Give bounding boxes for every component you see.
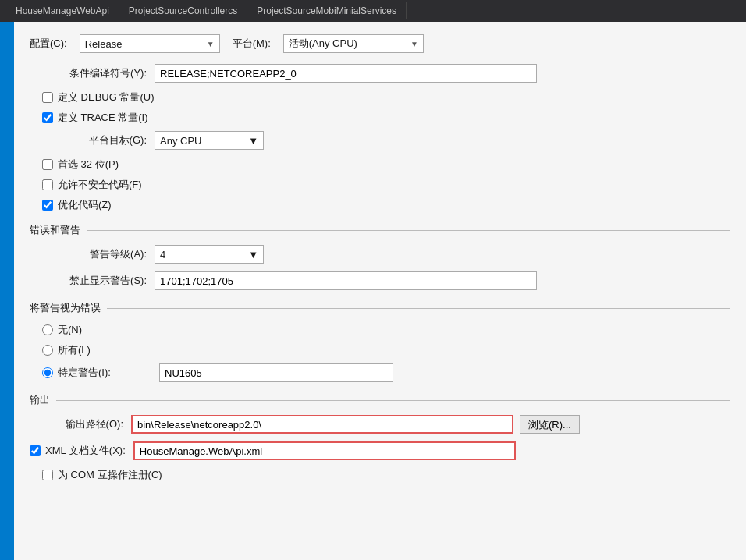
output-path-row: 输出路径(O): 浏览(R)... xyxy=(30,415,730,434)
treat-all-label: 所有(L) xyxy=(58,343,91,357)
warning-level-row: 警告等级(A): 4 ▼ xyxy=(30,245,730,264)
tab-project-source-controller[interactable]: ProjectSourceControllercs xyxy=(119,2,247,19)
allow-unsafe-row: 允许不安全代码(F) xyxy=(30,178,730,192)
treat-warnings-section-label: 将警告视为错误 xyxy=(30,301,101,315)
output-path-input[interactable] xyxy=(131,415,513,434)
treat-all-row: 所有(L) xyxy=(30,343,730,357)
config-dropdown-arrow: ▼ xyxy=(207,40,215,48)
treat-none-radio[interactable] xyxy=(42,324,53,335)
tab-list: HouseManageWebApi ProjectSourceControlle… xyxy=(6,2,407,19)
xml-doc-checkbox[interactable] xyxy=(30,445,41,456)
treat-none-label: 无(N) xyxy=(58,323,82,337)
com-register-row: 为 COM 互操作注册(C) xyxy=(30,468,730,482)
define-debug-label: 定义 DEBUG 常量(U) xyxy=(58,90,155,105)
errors-warnings-section-label: 错误和警告 xyxy=(30,223,80,237)
treat-specific-input[interactable] xyxy=(159,363,393,382)
browse-button[interactable]: 浏览(R)... xyxy=(520,415,580,434)
tab-house-manage[interactable]: HouseManageWebApi xyxy=(6,2,119,19)
suppress-warnings-input[interactable] xyxy=(155,271,537,290)
prefer32-label: 首选 32 位(P) xyxy=(58,158,119,172)
treat-warnings-line xyxy=(107,308,730,309)
warning-level-dropdown[interactable]: 4 ▼ xyxy=(155,245,264,264)
suppress-warnings-label: 禁止显示警告(S): xyxy=(30,274,155,288)
warning-level-label: 警告等级(A): xyxy=(42,247,155,261)
define-debug-row: 定义 DEBUG 常量(U) xyxy=(30,90,730,105)
errors-warnings-divider: 错误和警告 xyxy=(30,223,730,237)
treat-none-row: 无(N) xyxy=(30,323,730,337)
treat-all-radio[interactable] xyxy=(42,345,53,356)
platform-target-arrow: ▼ xyxy=(248,135,258,147)
main-content: 配置(C): Release ▼ 平台(M): 活动(Any CPU) ▼ 条件… xyxy=(14,22,746,560)
output-section-label: 输出 xyxy=(30,393,50,407)
conditional-symbols-row: 条件编译符号(Y): xyxy=(30,64,730,83)
optimize-row: 优化代码(Z) xyxy=(30,198,730,212)
top-bar: HouseManageWebApi ProjectSourceControlle… xyxy=(0,0,746,22)
platform-target-row: 平台目标(G): Any CPU ▼ xyxy=(30,131,730,150)
define-trace-checkbox[interactable] xyxy=(42,112,53,123)
allow-unsafe-checkbox[interactable] xyxy=(42,179,53,190)
output-path-label: 输出路径(O): xyxy=(30,417,131,431)
com-register-label: 为 COM 互操作注册(C) xyxy=(58,468,162,482)
toolbar-row: 配置(C): Release ▼ 平台(M): 活动(Any CPU) ▼ xyxy=(30,34,730,53)
optimize-checkbox[interactable] xyxy=(42,200,53,211)
define-trace-label: 定义 TRACE 常量(I) xyxy=(58,111,148,125)
xml-doc-input[interactable] xyxy=(133,441,516,460)
allow-unsafe-label: 允许不安全代码(F) xyxy=(58,178,142,192)
define-trace-row: 定义 TRACE 常量(I) xyxy=(30,111,730,125)
tab-project-source-mobil[interactable]: ProjectSourceMobiMinialServices xyxy=(247,2,407,19)
treat-specific-radio[interactable] xyxy=(42,367,53,378)
treat-specific-label: 特定警告(I): xyxy=(58,366,159,380)
platform-dropdown-arrow: ▼ xyxy=(410,40,418,48)
platform-target-label: 平台目标(G): xyxy=(42,133,155,147)
blue-sidebar xyxy=(0,22,14,560)
config-label: 配置(C): xyxy=(30,37,67,51)
config-dropdown[interactable]: Release ▼ xyxy=(80,34,220,53)
define-debug-checkbox[interactable] xyxy=(42,92,53,103)
warning-level-arrow: ▼ xyxy=(248,249,258,261)
conditional-symbols-input[interactable] xyxy=(155,64,537,83)
prefer32-checkbox[interactable] xyxy=(42,159,53,170)
com-register-checkbox[interactable] xyxy=(42,470,53,480)
platform-dropdown[interactable]: 活动(Any CPU) ▼ xyxy=(283,34,424,53)
conditional-symbols-label: 条件编译符号(Y): xyxy=(30,66,155,80)
errors-warnings-line xyxy=(87,230,730,231)
optimize-label: 优化代码(Z) xyxy=(58,198,112,212)
treat-warnings-divider: 将警告视为错误 xyxy=(30,301,730,315)
treat-specific-row: 特定警告(I): xyxy=(30,363,730,382)
suppress-warnings-row: 禁止显示警告(S): xyxy=(30,271,730,290)
platform-target-dropdown[interactable]: Any CPU ▼ xyxy=(155,131,264,150)
output-divider: 输出 xyxy=(30,393,730,407)
platform-label: 平台(M): xyxy=(233,37,271,51)
xml-doc-label: XML 文档文件(X): xyxy=(45,444,133,458)
xml-doc-row: XML 文档文件(X): xyxy=(30,441,730,460)
prefer32-row: 首选 32 位(P) xyxy=(30,158,730,172)
output-line xyxy=(56,400,730,401)
